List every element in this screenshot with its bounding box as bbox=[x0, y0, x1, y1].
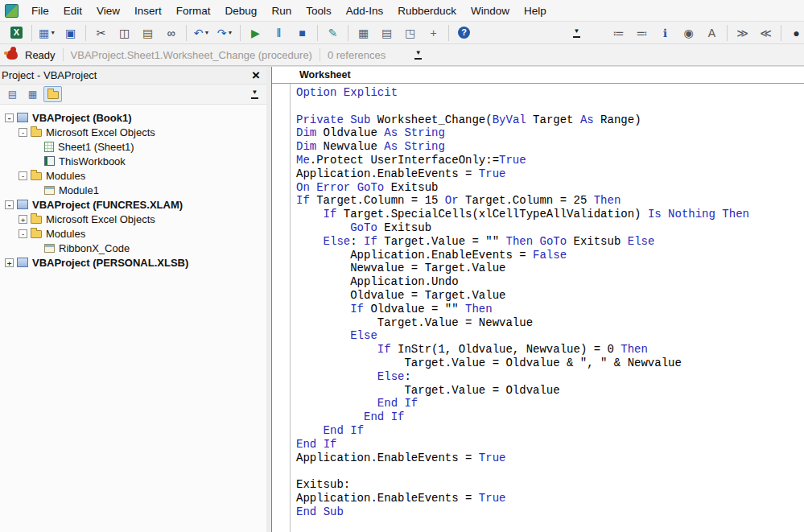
tree-item-microsoft-excel-objects[interactable]: -Microsoft Excel Objects bbox=[0, 125, 266, 139]
project-explorer-button[interactable]: ▦ bbox=[353, 24, 373, 42]
code-line: Application.EnableEvents = True bbox=[296, 167, 749, 181]
menu-insert[interactable]: Insert bbox=[127, 2, 169, 20]
collapse-icon[interactable]: - bbox=[5, 113, 14, 122]
complete-word-button[interactable]: A bbox=[702, 24, 722, 42]
tree-item-sheet1-sheet1[interactable]: Sheet1 (Sheet1) bbox=[0, 139, 266, 154]
status-context-label: VBAProject.Sheet1.Worksheet_Change (proc… bbox=[71, 49, 312, 61]
undo-button[interactable]: ↶▼ bbox=[192, 24, 212, 42]
menu-help[interactable]: Help bbox=[517, 2, 554, 20]
menu-debug[interactable]: Debug bbox=[218, 2, 265, 20]
menu-add-ins[interactable]: Add-Ins bbox=[339, 2, 391, 20]
toolbox-button[interactable]: + bbox=[423, 24, 443, 42]
toggle-folders-button[interactable] bbox=[43, 86, 62, 102]
code-line: Application.EnableEvents = False bbox=[296, 249, 749, 262]
view-microsoft-excel-button[interactable]: X bbox=[6, 24, 27, 42]
code-line: If InStr(1, Oldvalue, Newvalue) = 0 Then bbox=[296, 343, 749, 357]
indent-button[interactable]: ≫ bbox=[732, 24, 752, 42]
status-options-bar bbox=[414, 58, 422, 60]
quick-info-button[interactable]: ℹ bbox=[655, 24, 675, 42]
menu-file[interactable]: File bbox=[24, 2, 56, 20]
toolbar-separator bbox=[240, 25, 241, 41]
code-line bbox=[296, 464, 749, 478]
code-line: Exitsub: bbox=[296, 478, 749, 492]
help-button[interactable]: ? bbox=[454, 24, 474, 42]
insert-userform-button[interactable]: ▦▼ bbox=[37, 24, 57, 42]
toolbar-separator bbox=[186, 25, 187, 41]
project-explorer-titlebar: Project - VBAProject × bbox=[0, 67, 266, 85]
tree-item-thisworkbook[interactable]: ThisWorkbook bbox=[0, 154, 266, 168]
code-editor[interactable]: Option Explicit Private Sub Worksheet_Ch… bbox=[272, 84, 804, 532]
view-object-button[interactable]: ▦ bbox=[23, 86, 42, 102]
expand-icon[interactable]: + bbox=[5, 258, 14, 267]
complete-word-icon: A bbox=[708, 27, 715, 39]
toolbar-separator bbox=[317, 25, 318, 41]
object-dropdown[interactable]: Worksheet bbox=[299, 69, 351, 80]
tree-item-label: VBAProject (Book1) bbox=[32, 112, 132, 124]
project-icon bbox=[17, 113, 28, 122]
code-line: Dim Newvalue As String bbox=[296, 140, 749, 154]
tree-item-modules[interactable]: -Modules bbox=[0, 168, 266, 183]
design-mode-button[interactable]: ✎ bbox=[323, 24, 343, 42]
main-area: Project - VBAProject × ▤▦▼ -VBAProject (… bbox=[0, 66, 804, 532]
collapse-icon[interactable]: - bbox=[19, 171, 27, 180]
code-line: On Error GoTo Exitsub bbox=[296, 181, 749, 195]
outdent-button[interactable]: ≪ bbox=[756, 24, 776, 42]
cut-icon: ✂ bbox=[97, 27, 106, 39]
tree-item-vbaproject-personal-xlsb[interactable]: +VBAProject (PERSONAL.XLSB) bbox=[0, 255, 266, 270]
margin-indicator-bar[interactable] bbox=[272, 84, 291, 532]
toolbar-options-button[interactable]: ▼ bbox=[571, 24, 583, 41]
tree-item-ribbonx-code[interactable]: RibbonX_Code bbox=[0, 241, 266, 255]
menu-rubberduck[interactable]: Rubberduck bbox=[390, 2, 464, 20]
list-constants-button[interactable]: ≕ bbox=[632, 24, 652, 42]
menu-edit[interactable]: Edit bbox=[56, 2, 89, 20]
tree-item-label: Modules bbox=[46, 170, 85, 182]
code-line: Else: bbox=[296, 370, 749, 384]
status-references-label: 0 references bbox=[328, 49, 386, 61]
tree-item-module1[interactable]: Module1 bbox=[0, 183, 266, 197]
collapse-icon[interactable]: - bbox=[19, 229, 27, 238]
code-line: If Target.SpecialCells(xlCellTypeAllVali… bbox=[296, 208, 749, 221]
tree-item-modules[interactable]: -Modules bbox=[0, 226, 266, 241]
code-line: Target.Value = Oldvalue bbox=[296, 384, 749, 398]
menu-window[interactable]: Window bbox=[464, 2, 517, 20]
menu-format[interactable]: Format bbox=[169, 2, 218, 20]
collapse-icon[interactable]: - bbox=[5, 200, 14, 209]
menu-tools[interactable]: Tools bbox=[299, 2, 339, 20]
reset-button[interactable]: ■ bbox=[292, 24, 312, 42]
save-button[interactable]: ▣ bbox=[60, 24, 80, 42]
cut-button[interactable]: ✂ bbox=[91, 24, 111, 42]
module-icon bbox=[44, 186, 55, 195]
toolbar-separator bbox=[348, 25, 348, 41]
code-line: End If bbox=[296, 424, 749, 438]
collapse-icon[interactable]: - bbox=[19, 128, 27, 137]
project-toolbar-options-bar bbox=[251, 97, 258, 99]
insert-userform-icon: ▦ bbox=[39, 27, 49, 39]
status-options-button[interactable]: ▼ bbox=[412, 47, 424, 64]
list-properties-icon: ≔ bbox=[613, 27, 625, 39]
redo-button[interactable]: ↷▼ bbox=[215, 24, 235, 42]
tree-item-vbaproject-funcres-xlam[interactable]: -VBAProject (FUNCRES.XLAM) bbox=[0, 197, 266, 212]
properties-window-button[interactable]: ▤ bbox=[377, 24, 397, 42]
object-browser-button[interactable]: ◳ bbox=[400, 24, 420, 42]
paste-button[interactable]: ▤ bbox=[138, 24, 158, 42]
menu-run[interactable]: Run bbox=[264, 2, 299, 20]
code-line: End If bbox=[296, 438, 749, 452]
break-button[interactable]: ‖ bbox=[269, 24, 289, 42]
parameter-info-button[interactable]: ◉ bbox=[678, 24, 699, 42]
project-toolbar-options-button[interactable]: ▼ bbox=[249, 86, 261, 103]
tree-item-microsoft-excel-objects[interactable]: +Microsoft Excel Objects bbox=[0, 212, 266, 226]
view-code-button[interactable]: ▤ bbox=[3, 86, 22, 102]
menu-view[interactable]: View bbox=[89, 2, 127, 20]
expand-icon[interactable]: + bbox=[19, 215, 27, 224]
toggle-breakpoint-button[interactable]: ● bbox=[786, 24, 804, 42]
code-line: End If bbox=[296, 410, 749, 424]
code-line: Else bbox=[296, 329, 749, 343]
close-icon[interactable]: × bbox=[252, 68, 260, 82]
run-button[interactable]: ▶ bbox=[245, 24, 266, 42]
copy-button[interactable]: ◫ bbox=[114, 24, 134, 42]
tree-item-vbaproject-book1[interactable]: -VBAProject (Book1) bbox=[0, 110, 266, 125]
list-properties-button[interactable]: ≔ bbox=[608, 24, 629, 42]
find-button[interactable]: ∞ bbox=[161, 24, 181, 42]
code-line: Option Explicit bbox=[296, 86, 749, 100]
code-line: Private Sub Worksheet_Change(ByVal Targe… bbox=[296, 113, 749, 127]
